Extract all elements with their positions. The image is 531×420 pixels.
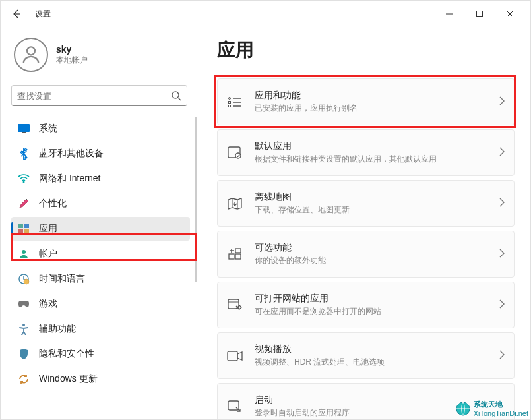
search-input[interactable] [17, 91, 171, 101]
nav-list: 系统 蓝牙和其他设备 网络和 Internet 个性化 应用 [11, 117, 198, 392]
close-button[interactable] [495, 3, 525, 24]
svg-rect-26 [229, 254, 234, 259]
sidebar-item-personalization[interactable]: 个性化 [11, 192, 190, 216]
clock-globe-icon [18, 273, 30, 285]
sidebar-item-label: 网络和 Internet [39, 173, 100, 185]
settings-window: 设置 sky 本地帐户 [0, 0, 531, 420]
profile-subtitle: 本地帐户 [56, 55, 88, 66]
startup-icon [227, 399, 243, 415]
sidebar-item-label: 应用 [39, 223, 57, 235]
svg-point-18 [229, 97, 231, 99]
svg-rect-7 [18, 124, 30, 132]
window-title: 设置 [35, 9, 51, 20]
sidebar-item-label: 系统 [39, 123, 57, 135]
card-subtitle: 视频调整、HDR 流式处理、电池选项 [255, 357, 499, 368]
content-area: sky 本地帐户 系统 蓝牙和其他设备 [1, 27, 530, 419]
card-title: 默认应用 [255, 140, 499, 152]
sidebar-item-network[interactable]: 网络和 Internet [11, 167, 190, 191]
accessibility-icon [18, 323, 30, 335]
card-startup[interactable]: 启动 登录时自动启动的应用程序 [217, 383, 515, 419]
avatar [14, 38, 48, 72]
minimize-icon [446, 11, 453, 17]
card-title: 应用和功能 [255, 90, 499, 102]
person-icon [20, 44, 42, 66]
sidebar-item-gaming[interactable]: 游戏 [11, 292, 190, 316]
svg-point-4 [27, 47, 35, 55]
account-icon [18, 248, 30, 260]
main-panel: 应用 应用和功能 已安装的应用，应用执行别名 默认应用 根据文件和链接种类设置的… [199, 27, 530, 419]
maximize-button[interactable] [464, 3, 495, 24]
svg-rect-12 [18, 229, 23, 234]
sidebar-item-label: Windows 更新 [39, 373, 98, 385]
card-body: 视频播放 视频调整、HDR 流式处理、电池选项 [255, 344, 499, 368]
sidebar-item-accounts[interactable]: 帐户 [11, 242, 190, 266]
svg-rect-27 [235, 254, 241, 259]
apps-icon [18, 223, 30, 235]
card-body: 可打开网站的应用 可在应用而不是浏览器中打开的网站 [255, 293, 499, 317]
card-subtitle: 可在应用而不是浏览器中打开的网站 [255, 306, 499, 317]
sidebar-item-apps[interactable]: 应用 [11, 217, 190, 241]
card-offline-maps[interactable]: 离线地图 下载、存储位置、地图更新 [217, 180, 515, 227]
chevron-right-icon [499, 198, 505, 210]
search-box[interactable] [11, 85, 187, 106]
card-subtitle: 已安装的应用，应用执行别名 [255, 103, 499, 114]
card-body: 启动 登录时自动启动的应用程序 [255, 394, 505, 419]
back-button[interactable] [6, 3, 27, 24]
chevron-right-icon [499, 96, 505, 108]
sidebar-item-time-language[interactable]: 时间和语言 [11, 267, 190, 291]
card-apps-features[interactable]: 应用和功能 已安装的应用，应用执行别名 [217, 78, 515, 125]
sidebar-item-accessibility[interactable]: 辅助功能 [11, 317, 190, 341]
svg-point-5 [172, 92, 179, 98]
svg-point-16 [24, 279, 29, 284]
svg-rect-22 [229, 105, 231, 107]
update-icon [18, 373, 30, 385]
card-body: 可选功能 你的设备的额外功能 [255, 242, 499, 266]
chevron-right-icon [499, 147, 505, 159]
sidebar-item-label: 隐私和安全性 [39, 348, 94, 360]
card-video-playback[interactable]: 视频播放 视频调整、HDR 流式处理、电池选项 [217, 332, 515, 379]
card-subtitle: 登录时自动启动的应用程序 [255, 407, 505, 419]
website-app-icon [227, 297, 243, 313]
chevron-right-icon [499, 299, 505, 311]
back-arrow-icon [11, 9, 22, 19]
sidebar-item-label: 蓝牙和其他设备 [39, 148, 104, 160]
svg-rect-11 [24, 224, 29, 228]
card-optional-features[interactable]: 可选功能 你的设备的额外功能 [217, 231, 515, 278]
paintbrush-icon [18, 198, 30, 210]
video-icon [227, 348, 243, 364]
card-apps-for-websites[interactable]: 可打开网站的应用 可在应用而不是浏览器中打开的网站 [217, 282, 515, 328]
sidebar-item-system[interactable]: 系统 [11, 117, 190, 140]
sidebar-item-bluetooth[interactable]: 蓝牙和其他设备 [11, 142, 190, 165]
sidebar: sky 本地帐户 系统 蓝牙和其他设备 [1, 27, 199, 419]
bluetooth-icon [18, 148, 30, 160]
sidebar-item-update[interactable]: Windows 更新 [11, 367, 190, 391]
card-title: 启动 [255, 394, 505, 406]
svg-rect-1 [477, 11, 483, 17]
sidebar-item-label: 游戏 [39, 298, 57, 310]
card-body: 默认应用 根据文件和链接种类设置的默认应用，其他默认应用 [255, 140, 499, 165]
svg-point-17 [22, 324, 25, 326]
sidebar-item-privacy[interactable]: 隐私和安全性 [11, 342, 190, 366]
svg-rect-13 [24, 229, 29, 234]
sidebar-item-label: 时间和语言 [39, 273, 85, 285]
svg-rect-8 [22, 132, 26, 133]
sidebar-item-label: 帐户 [39, 248, 57, 260]
minimize-button[interactable] [434, 3, 464, 24]
card-title: 视频播放 [255, 344, 499, 355]
profile-name: sky [56, 44, 88, 55]
scroll-indicator [195, 117, 197, 282]
gamepad-icon [18, 298, 30, 310]
map-icon [227, 196, 243, 212]
card-default-apps[interactable]: 默认应用 根据文件和链接种类设置的默认应用，其他默认应用 [217, 129, 515, 176]
list-icon [227, 94, 243, 110]
profile-section[interactable]: sky 本地帐户 [11, 32, 198, 85]
card-subtitle: 你的设备的额外功能 [255, 255, 499, 266]
card-subtitle: 下载、存储位置、地图更新 [255, 204, 499, 216]
maximize-icon [476, 11, 483, 17]
chevron-right-icon [499, 350, 505, 362]
wifi-icon [18, 173, 30, 185]
svg-rect-10 [18, 224, 23, 228]
card-title: 可打开网站的应用 [255, 293, 499, 305]
close-icon [507, 11, 513, 17]
window-controls [434, 3, 525, 24]
